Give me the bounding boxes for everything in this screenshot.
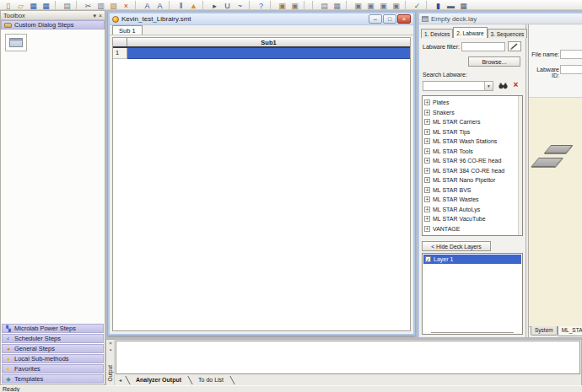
- toolbox-group-favorites[interactable]: ★Favorites: [2, 364, 104, 373]
- layers-slider[interactable]: [431, 332, 514, 334]
- new-file-icon[interactable]: ▯: [2, 0, 14, 10]
- tile-horizontal-icon[interactable]: ▣: [352, 0, 364, 10]
- close-button[interactable]: ×: [397, 14, 411, 24]
- analyzer-output-view[interactable]: [116, 341, 580, 374]
- labware-id-field[interactable]: [560, 65, 582, 74]
- find-icon[interactable]: A: [141, 0, 154, 10]
- hide-deck-layers-button[interactable]: < Hide Deck Layers: [422, 241, 491, 251]
- tree-item-ml-star-carriers[interactable]: +ML STAR Carriers: [424, 117, 522, 127]
- tree-item-ml-star-wash-stations[interactable]: +ML STAR Wash Stations: [424, 137, 522, 147]
- tree-scrollbar[interactable]: [518, 96, 522, 235]
- tree-item-ml-star-tips[interactable]: +ML STAR Tips: [424, 127, 522, 137]
- tree-item-vantage[interactable]: +VANTAGE: [424, 224, 522, 234]
- tree-item-ml-star-bvs[interactable]: +ML STAR BVS: [424, 185, 522, 196]
- grid-icon[interactable]: ▦: [331, 0, 343, 10]
- tree-item-ml-star-vacutube[interactable]: +ML STAR VacuTube: [424, 214, 522, 224]
- minimize-button[interactable]: –: [369, 14, 382, 24]
- grid-row-number[interactable]: 1: [113, 48, 127, 59]
- tree-item-ml-star-96-co-re-head[interactable]: +ML STAR 96 CO-RE head: [424, 156, 522, 166]
- help-icon[interactable]: ?: [255, 0, 267, 10]
- output-tab-to-do-list[interactable]: To do List: [193, 377, 229, 383]
- labware-filter-input[interactable]: [461, 42, 505, 51]
- expand-icon[interactable]: +: [424, 177, 430, 183]
- output-tab-analyzer-output[interactable]: Analyzer Output: [131, 377, 186, 383]
- expand-icon[interactable]: +: [424, 207, 430, 212]
- toolbox-group-microlab-power-steps[interactable]: ▚Microlab Power Steps: [2, 324, 104, 333]
- custom-dialog-tool-button[interactable]: [5, 34, 27, 51]
- export-icon[interactable]: ▤: [318, 0, 331, 10]
- delete-icon[interactable]: ×: [120, 0, 132, 10]
- tile-vertical-icon[interactable]: ▣: [364, 0, 377, 10]
- chevron-down-icon[interactable]: ▾: [484, 82, 493, 90]
- restore-button[interactable]: □: [383, 14, 396, 24]
- expand-icon[interactable]: +: [424, 158, 430, 164]
- toolbox-group-general-steps[interactable]: ●General Steps: [2, 344, 104, 353]
- check-method-icon[interactable]: ✓: [411, 0, 423, 10]
- labware-view-icon[interactable]: ▬: [445, 0, 457, 10]
- toolbox-group-scheduler-steps[interactable]: ◐Scheduler Steps: [2, 334, 104, 343]
- output-pin-icon[interactable]: ▪: [107, 347, 114, 353]
- checkbox-icon[interactable]: ✓: [425, 256, 431, 262]
- tab-3-sequences[interactable]: 3. Sequences: [488, 29, 528, 38]
- tree-item-ml-star-wastes[interactable]: +ML STAR Wastes: [424, 195, 522, 205]
- search-labware-combobox[interactable]: ▾: [423, 81, 493, 91]
- expand-icon[interactable]: +: [424, 168, 430, 174]
- expand-icon[interactable]: +: [424, 187, 430, 193]
- tree-item-plates[interactable]: +Plates: [424, 98, 522, 108]
- clear-search-icon[interactable]: ×: [510, 80, 521, 90]
- deck-plate[interactable]: [531, 158, 563, 167]
- view-method-icon[interactable]: ▣: [276, 0, 288, 10]
- toolbox-group-local-sub-methods[interactable]: ●Local Sub-methods: [2, 354, 104, 363]
- expand-icon[interactable]: +: [424, 129, 430, 135]
- close-all-icon[interactable]: ▣: [390, 0, 402, 10]
- tree-item-ml-star-autolys[interactable]: +ML STAR AutoLys: [424, 205, 522, 215]
- open-file-icon[interactable]: ▱: [14, 0, 27, 10]
- instrument-view-icon[interactable]: ▮: [432, 0, 445, 10]
- deck-window-titlebar[interactable]: Empty deck.lay: [419, 13, 582, 24]
- tree-item-ml-star-tools[interactable]: +ML STAR Tools: [424, 147, 522, 157]
- expand-icon[interactable]: +: [424, 148, 430, 154]
- toolbox-group-custom-dialog-steps[interactable]: Custom Dialog Steps: [1, 20, 105, 30]
- expand-icon[interactable]: +: [424, 99, 430, 105]
- toolbox-collapse-icon[interactable]: ▾: [93, 12, 96, 19]
- cascade-icon[interactable]: ▣: [377, 0, 390, 10]
- layer-row[interactable]: ✓Layer 1: [423, 255, 521, 264]
- deck-tab-system[interactable]: System: [531, 326, 558, 336]
- tree-item-ml-star-nano-pipettor[interactable]: +ML STAR Nano Pipettor: [424, 175, 522, 185]
- find-labware-button[interactable]: [497, 81, 509, 91]
- view-layout-icon[interactable]: ▣: [288, 0, 301, 10]
- toolbox-close-icon[interactable]: ×: [99, 12, 102, 19]
- toolbox-group-templates[interactable]: ◆Templates: [2, 374, 104, 384]
- expand-icon[interactable]: +: [424, 226, 430, 232]
- expand-icon[interactable]: +: [424, 196, 430, 202]
- method-window-titlebar[interactable]: Kevin_test_Librairy.smt – □ ×: [110, 13, 413, 25]
- paste-icon[interactable]: ▧: [107, 0, 120, 10]
- grid-column-header[interactable]: Sub1: [127, 38, 410, 46]
- edit-filter-button[interactable]: [508, 41, 521, 51]
- save-all-icon[interactable]: ▦: [40, 0, 52, 10]
- step-icon[interactable]: ~: [234, 0, 246, 10]
- deck-tab-ml-star[interactable]: ML_STAR: [558, 326, 582, 336]
- expand-icon[interactable]: +: [424, 110, 430, 115]
- expand-icon[interactable]: +: [424, 119, 430, 125]
- pause-icon[interactable]: ‖: [175, 0, 187, 10]
- copy-icon[interactable]: ▥: [94, 0, 107, 10]
- find-next-icon[interactable]: A: [154, 0, 166, 10]
- expand-icon[interactable]: +: [424, 138, 430, 144]
- output-close-icon[interactable]: ×: [107, 341, 114, 346]
- cut-icon[interactable]: ✂: [82, 0, 94, 10]
- deck-view[interactable]: [529, 97, 582, 326]
- deck-plate[interactable]: [544, 145, 573, 153]
- save-icon[interactable]: ▦: [27, 0, 40, 10]
- stop-icon[interactable]: U: [221, 0, 234, 10]
- tree-item-ml-star-384-co-re-head[interactable]: +ML STAR 384 CO-RE head: [424, 166, 522, 176]
- table-view-icon[interactable]: ▦: [457, 0, 470, 10]
- run-icon[interactable]: ▸: [208, 0, 221, 10]
- tab-1-devices[interactable]: 1. Devices: [421, 29, 453, 38]
- expand-icon[interactable]: +: [424, 216, 430, 222]
- grid-corner-cell[interactable]: [113, 38, 127, 46]
- table-row[interactable]: 1: [113, 48, 410, 59]
- grid-selected-cell[interactable]: [127, 48, 410, 59]
- tab-sub1[interactable]: Sub 1: [112, 25, 143, 35]
- tab-2-labware[interactable]: 2. Labware: [453, 27, 487, 38]
